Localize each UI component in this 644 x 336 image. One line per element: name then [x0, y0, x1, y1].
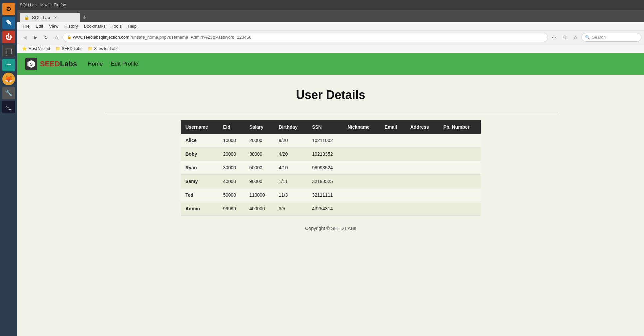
bookmarks-bar: ⭐ Most Visited 📁 SEED Labs 📁 Sites for L…	[17, 44, 644, 53]
col-salary: Salary	[245, 120, 274, 134]
cell-birthday: 11/3	[274, 188, 308, 202]
cell-phone	[439, 188, 481, 202]
cell-phone	[439, 147, 481, 161]
cell-address	[405, 147, 438, 161]
cell-salary: 50000	[245, 161, 274, 175]
config-icon[interactable]: 🔧	[2, 87, 15, 99]
cell-username: Samy	[181, 175, 219, 188]
col-email: Email	[380, 120, 405, 134]
cell-nickname	[343, 175, 380, 188]
new-tab-button[interactable]: +	[80, 13, 89, 22]
cell-phone	[439, 202, 481, 216]
menu-tools[interactable]: Tools	[109, 23, 124, 29]
lock-icon: 🔒	[67, 35, 72, 39]
menu-help[interactable]: Help	[125, 23, 139, 29]
browser-window: SQLi Lab - Mozilla Firefox 🔒 SQLi Lab ✕ …	[17, 0, 644, 336]
bookmark-sites-for-labs[interactable]: 📁 Sites for Labs	[86, 46, 120, 52]
search-bar[interactable]: 🔍 Search	[581, 33, 641, 42]
cell-nickname	[343, 202, 380, 216]
wireshark-icon[interactable]: 〜	[2, 59, 15, 71]
cell-username: Boby	[181, 147, 219, 161]
cell-email	[380, 175, 405, 188]
main-content: User Details Username Eid Salary Birthda…	[98, 75, 564, 254]
cell-phone	[439, 175, 481, 188]
cell-ssn: 98993524	[308, 161, 343, 175]
text-editor-icon[interactable]: ✎	[2, 17, 15, 29]
menu-view[interactable]: View	[46, 23, 61, 29]
cell-salary: 110000	[245, 188, 274, 202]
logo-icon: S	[25, 58, 37, 70]
nav-bar: ◀ ▶ ↻ ⌂ 🔒 www.seedlabsqlinjection.com /u…	[17, 31, 644, 44]
page-title: User Details	[104, 88, 557, 102]
cell-email	[380, 147, 405, 161]
cell-birthday: 1/11	[274, 175, 308, 188]
table-body: Alice10000200009/2010211002Boby200003000…	[181, 134, 481, 216]
table-row: Admin999994000003/543254314	[181, 202, 481, 216]
menu-file[interactable]: File	[20, 23, 32, 29]
divider	[104, 112, 557, 112]
power-icon[interactable]: ⏻	[2, 31, 15, 43]
firefox-icon[interactable]: 🦊	[2, 73, 15, 85]
home-button[interactable]: ⌂	[52, 33, 61, 42]
logo-text: SEEDLabs	[40, 60, 77, 68]
cell-email	[380, 134, 405, 147]
cell-eid: 10000	[218, 134, 245, 147]
bookmark-seed-labs[interactable]: 📁 SEED Labs	[53, 46, 84, 52]
bookmark-most-visited[interactable]: ⭐ Most Visited	[20, 46, 52, 52]
cell-username: Admin	[181, 202, 219, 216]
cell-nickname	[343, 134, 380, 147]
cell-salary: 20000	[245, 134, 274, 147]
logo-labs: Labs	[60, 60, 77, 68]
shield-icon[interactable]: 🛡	[560, 33, 569, 42]
star-icon: ⭐	[22, 46, 27, 51]
menu-edit[interactable]: Edit	[33, 23, 46, 29]
cell-nickname	[343, 188, 380, 202]
url-path: /unsafe_home.php?username=Admin'%23&Pass…	[131, 35, 251, 40]
tab-close-button[interactable]: ✕	[53, 15, 58, 20]
nav-extra-buttons: ⋯ 🛡 ☆	[549, 33, 580, 42]
back-button[interactable]: ◀	[20, 33, 29, 42]
browser-title-bar: SQLi Lab - Mozilla Firefox	[17, 0, 644, 10]
svg-text:S: S	[30, 62, 33, 67]
col-birthday: Birthday	[274, 120, 308, 134]
cell-phone	[439, 161, 481, 175]
menu-history[interactable]: History	[62, 23, 80, 29]
search-icon: 🔍	[585, 35, 590, 40]
cell-birthday: 9/20	[274, 134, 308, 147]
cell-email	[380, 188, 405, 202]
cell-ssn: 10211002	[308, 134, 343, 147]
cell-ssn: 32111111	[308, 188, 343, 202]
cell-phone	[439, 134, 481, 147]
browser-title: SQLi Lab - Mozilla Firefox	[20, 3, 66, 7]
logo-seed: SEED	[40, 60, 60, 68]
reload-button[interactable]: ↻	[41, 33, 51, 42]
tab-label: SQLi Lab	[32, 15, 50, 20]
cell-username: Ted	[181, 188, 219, 202]
cell-email	[380, 202, 405, 216]
active-tab[interactable]: 🔒 SQLi Lab ✕	[20, 13, 80, 22]
forward-button[interactable]: ▶	[31, 33, 40, 42]
files-icon[interactable]: ▤	[2, 45, 15, 57]
menu-bookmarks[interactable]: Bookmarks	[81, 23, 108, 29]
terminal-icon[interactable]: >_	[2, 101, 15, 113]
more-options-button[interactable]: ⋯	[549, 33, 559, 42]
col-username: Username	[181, 120, 219, 134]
table-row: Alice10000200009/2010211002	[181, 134, 481, 147]
cell-birthday: 3/5	[274, 202, 308, 216]
cell-ssn: 10213352	[308, 147, 343, 161]
copyright-text: Copyright © SEED LABs	[305, 226, 356, 231]
table-row: Boby20000300004/2010213352	[181, 147, 481, 161]
tab-bar: 🔒 SQLi Lab ✕ +	[17, 10, 644, 22]
nav-home-link[interactable]: Home	[88, 61, 103, 67]
url-domain: www.seedlabsqlinjection.com	[73, 35, 129, 40]
cell-salary: 30000	[245, 147, 274, 161]
nav-edit-profile-link[interactable]: Edit Profile	[111, 61, 138, 67]
cell-eid: 20000	[218, 147, 245, 161]
cell-address	[405, 134, 438, 147]
url-bar[interactable]: 🔒 www.seedlabsqlinjection.com /unsafe_ho…	[63, 33, 548, 42]
logo-area: S SEEDLabs	[25, 58, 77, 70]
os-sidebar: ⚙ ✎ ⏻ ▤ 〜 🦊 🔧 >_	[0, 0, 17, 336]
system-settings-icon[interactable]: ⚙	[2, 3, 15, 15]
bookmark-star-icon[interactable]: ☆	[571, 33, 580, 42]
menu-bar: File Edit View History Bookmarks Tools H…	[17, 22, 644, 31]
